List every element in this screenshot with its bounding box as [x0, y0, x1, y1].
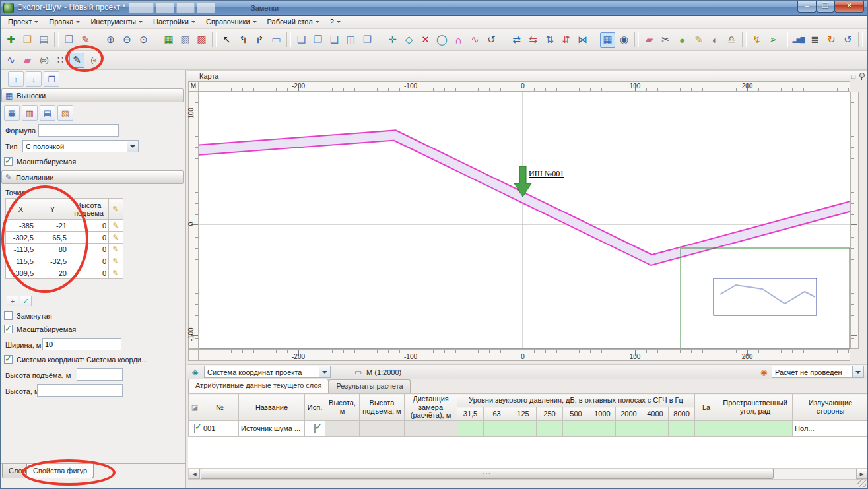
duplicate-figure-icon[interactable]: ❑	[327, 32, 342, 48]
source-number-cell[interactable]: 001	[201, 420, 239, 436]
col-radiating-sides[interactable]: Излучающие стороны	[793, 394, 868, 421]
truck-icon[interactable]: ❖	[865, 32, 868, 48]
freq-cell-2000[interactable]	[616, 420, 642, 436]
col-freq-31-5[interactable]: 31,5	[457, 407, 484, 420]
point-edit-button[interactable]: ✎	[109, 244, 123, 255]
new-project-icon[interactable]: ✚	[3, 32, 18, 48]
move-figure-icon[interactable]: ✛	[385, 32, 400, 48]
maximize-button[interactable]: ❐	[817, 0, 834, 13]
coordinate-system-combo[interactable]: Система координат проекта	[204, 366, 331, 378]
point-height-cell[interactable]: 0	[69, 220, 109, 232]
polylines-section-header[interactable]: ✎ Полилинии	[1, 170, 184, 184]
source-down-icon[interactable]: ⇵	[558, 32, 574, 48]
callout-style-3-icon[interactable]: ▤	[40, 105, 55, 121]
col-la[interactable]: La	[695, 394, 718, 421]
freq-cell-4000[interactable]	[642, 420, 669, 436]
col-used[interactable]: Исп.	[305, 394, 325, 421]
source-name-cell[interactable]: Источник шума ...	[239, 420, 305, 436]
scalable-checkbox[interactable]	[4, 157, 13, 166]
callout-type-combo[interactable]: С полочкой	[22, 140, 139, 152]
freq-cell-1000[interactable]	[589, 420, 616, 436]
map-canvas[interactable]: ИШ №001	[199, 92, 850, 349]
move-down-icon[interactable]: ↓	[26, 71, 42, 87]
point-y-cell[interactable]: 20	[36, 267, 69, 279]
closed-checkbox[interactable]	[4, 311, 13, 320]
callouts-section-header[interactable]: ▦ Выноски	[1, 88, 184, 102]
width-input[interactable]	[42, 338, 121, 350]
col-distance[interactable]: Дистанция замера (расчёта), м	[405, 394, 457, 421]
minimize-button[interactable]: –	[797, 0, 817, 13]
save-icon[interactable]: ▤	[36, 32, 51, 48]
points-col-y[interactable]: Y	[36, 199, 69, 220]
group-figures-icon[interactable]: ❒	[360, 32, 375, 48]
chart-icon[interactable]: ▂▅▇	[791, 32, 806, 48]
menu-desktop[interactable]: Рабочий стол	[262, 16, 325, 28]
chevron-down-icon[interactable]	[852, 366, 863, 377]
spline-icon[interactable]: ∿	[467, 32, 483, 48]
point-edit-button[interactable]: ✎	[109, 255, 123, 267]
align-figures-icon[interactable]: ◫	[343, 32, 358, 48]
calc-status-combo[interactable]: Расчет не проведен	[772, 366, 864, 378]
copy-figure-icon[interactable]: ❏	[294, 32, 309, 48]
menu-help[interactable]: ?	[325, 16, 346, 28]
source-used-cell[interactable]	[305, 420, 325, 436]
join-nodes-icon[interactable]: (∞)	[36, 53, 51, 68]
paste-figure-icon[interactable]: ❐	[310, 32, 325, 48]
edit-nodes-icon[interactable]: ◇	[401, 32, 417, 48]
freq-cell-63[interactable]	[484, 420, 510, 436]
search-icon[interactable]: ◉	[617, 32, 632, 48]
point-y-cell[interactable]: -21	[36, 220, 69, 232]
net-icon[interactable]: ⋈	[575, 32, 590, 48]
eraser-icon[interactable]: ▰	[642, 32, 657, 48]
grid-select-icon[interactable]: ▦	[600, 32, 615, 48]
scroll-right-icon[interactable]: ▶	[856, 469, 867, 479]
pin-icon[interactable]	[858, 72, 865, 81]
radiating-sides-cell[interactable]: Пол...	[793, 420, 868, 436]
noise-source-label[interactable]: ИШ №001	[529, 169, 564, 179]
globe-icon[interactable]: ◐	[708, 32, 723, 48]
print-icon[interactable]: ❐	[61, 32, 77, 48]
source-unlink-icon[interactable]: ⇆	[525, 32, 541, 48]
source-distance-cell[interactable]	[405, 420, 457, 436]
apply-points-button[interactable]: ✓	[20, 296, 32, 306]
point-x-cell[interactable]: -385	[6, 220, 36, 232]
scroll-left-icon[interactable]: ◀	[189, 469, 200, 479]
col-freq-250[interactable]: 250	[537, 407, 563, 420]
delete-figure-icon[interactable]: ✕	[418, 32, 433, 48]
menu-references[interactable]: Справочники	[201, 16, 262, 28]
erase-polyline-icon[interactable]: ▰	[20, 53, 35, 68]
edit-map-icon[interactable]: ✎	[78, 32, 93, 48]
point-height-cell[interactable]: 0	[69, 267, 109, 279]
close-button[interactable]: ✕	[834, 0, 864, 13]
delete-object-icon[interactable]: ▨	[194, 32, 209, 48]
draw-polyline-icon[interactable]: ∿	[3, 53, 18, 68]
freq-cell-8000[interactable]	[669, 420, 695, 436]
paint-icon[interactable]: ✎	[691, 32, 706, 48]
edit-vertices-icon[interactable]: ✎	[69, 53, 84, 68]
menu-tools[interactable]: Инструменты	[85, 16, 148, 28]
terrain-icon[interactable]: ●	[675, 32, 690, 48]
lasso-icon[interactable]: ◯	[434, 32, 450, 48]
point-edit-button[interactable]: ✎	[109, 267, 123, 279]
rotate-icon[interactable]: ↺	[484, 32, 499, 48]
solid-angle-cell[interactable]	[718, 420, 793, 436]
chevron-down-icon[interactable]	[127, 141, 138, 152]
source-lift-height-cell[interactable]	[360, 420, 405, 436]
col-freq-63[interactable]: 63	[484, 407, 510, 420]
report-icon[interactable]: ≣	[807, 32, 822, 48]
point-y-cell[interactable]: -32,5	[36, 255, 69, 267]
point-x-cell[interactable]: -302,5	[6, 232, 36, 244]
col-height[interactable]: Высота, м	[325, 394, 360, 421]
source-link-icon[interactable]: ⇄	[509, 32, 524, 48]
source-height-cell[interactable]	[325, 420, 360, 436]
points-col-x[interactable]: X	[6, 199, 36, 220]
float-window-icon[interactable]: □	[851, 73, 855, 80]
freq-cell-31-5[interactable]	[457, 420, 484, 436]
add-point-button[interactable]: +	[7, 296, 18, 306]
row-select-cell[interactable]	[189, 420, 201, 436]
freq-cell-500[interactable]	[563, 420, 589, 436]
select-area-icon[interactable]: ▭	[269, 32, 284, 48]
point-y-cell[interactable]: 65,5	[36, 232, 69, 244]
cut-icon[interactable]: ✂	[658, 32, 673, 48]
col-freq-500[interactable]: 500	[563, 407, 589, 420]
